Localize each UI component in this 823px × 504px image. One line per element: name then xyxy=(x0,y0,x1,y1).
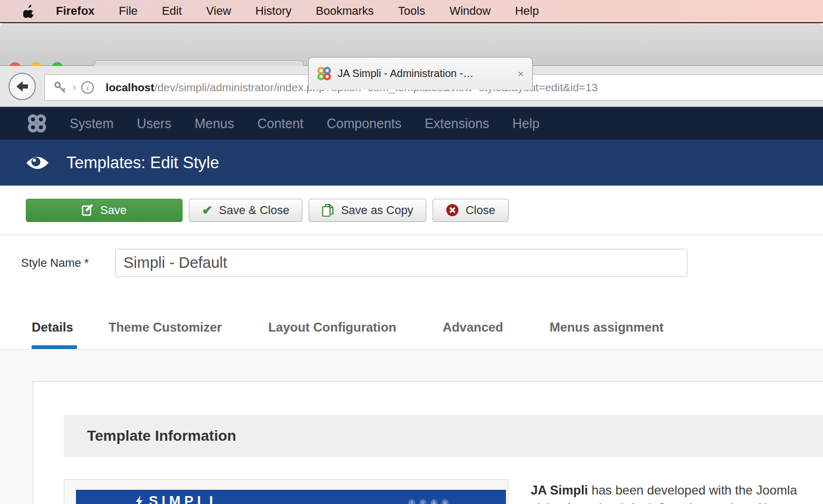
close-button[interactable]: Close xyxy=(433,199,508,222)
template-description-line2: vision from the default Joomla template.… xyxy=(531,501,774,504)
tab-menus-assignment[interactable]: Menus assignment xyxy=(550,320,664,349)
pinterest-icon: p xyxy=(442,499,448,504)
social-icons: f t g p xyxy=(408,499,448,504)
gplus-icon: g xyxy=(430,499,437,504)
template-description-name: JA Simpli xyxy=(531,483,588,497)
details-panel: Template Information SIMPLI f t g p xyxy=(33,381,823,504)
action-toolbar: Save ✔ Save & Close Save as Copy Close xyxy=(0,186,823,235)
save-button[interactable]: Save xyxy=(26,199,183,222)
twitter-icon: t xyxy=(419,499,426,504)
macos-menubar: Firefox File Edit View History Bookmarks… xyxy=(0,0,823,23)
admin-menu-system[interactable]: System xyxy=(70,116,113,131)
menubar-item-file[interactable]: File xyxy=(119,4,137,18)
key-icon[interactable] xyxy=(53,81,67,94)
admin-menu-help[interactable]: Help xyxy=(512,116,539,131)
browser-window: Nederlandse Nutanix User … × JA Simpli -… xyxy=(0,23,823,504)
admin-menu-menus[interactable]: Menus xyxy=(195,116,234,131)
template-information-header: Template Information xyxy=(64,415,823,457)
template-preview-navbar: SIMPLI f t g p xyxy=(76,490,506,504)
save-close-button-label: Save & Close xyxy=(219,203,289,217)
check-icon: ✔ xyxy=(202,203,213,218)
style-name-input[interactable] xyxy=(115,249,687,277)
template-description: JA Simpli has been developed with the Jo… xyxy=(531,481,823,504)
tab-ja-simpli[interactable]: JA Simpli - Administration -… × xyxy=(308,57,533,90)
close-circle-icon xyxy=(446,203,459,217)
template-preview-image: SIMPLI f t g p xyxy=(64,479,509,504)
joomla-favicon xyxy=(317,66,331,81)
apple-icon[interactable] xyxy=(23,4,35,18)
save-as-copy-button-label: Save as Copy xyxy=(341,203,413,217)
bolt-icon xyxy=(135,496,143,504)
tab-title: JA Simpli - Administration -… xyxy=(338,67,511,80)
facebook-icon: f xyxy=(408,499,415,504)
back-icon xyxy=(15,80,29,93)
copy-icon xyxy=(322,203,334,217)
joomla-logo-icon[interactable] xyxy=(27,114,46,133)
style-name-label: Style Name * xyxy=(21,249,89,277)
chevron-right-icon: › xyxy=(72,81,76,94)
admin-menu-extensions[interactable]: Extensions xyxy=(425,116,489,131)
back-button[interactable] xyxy=(8,73,36,100)
menubar-item-bookmarks[interactable]: Bookmarks xyxy=(315,4,374,18)
menubar-item-history[interactable]: History xyxy=(255,4,291,18)
save-button-label: Save xyxy=(100,203,127,217)
menubar-item-tools[interactable]: Tools xyxy=(398,4,425,18)
save-close-button[interactable]: ✔ Save & Close xyxy=(189,199,302,222)
template-information-title: Template Information xyxy=(87,428,236,444)
menubar-item-view[interactable]: View xyxy=(206,4,231,18)
simpli-brand: SIMPLI xyxy=(135,493,217,504)
eye-icon xyxy=(25,155,50,171)
menubar-item-edit[interactable]: Edit xyxy=(162,4,182,18)
simpli-brand-label: SIMPLI xyxy=(149,493,217,504)
page-title-bar: Templates: Edit Style xyxy=(0,140,823,186)
active-tab-underline xyxy=(32,345,77,349)
admin-menu-users[interactable]: Users xyxy=(137,116,171,131)
tab-layout-configuration[interactable]: Layout Configuration xyxy=(268,320,396,349)
admin-menu-components[interactable]: Components xyxy=(327,116,401,131)
tab-details[interactable]: Details xyxy=(32,320,73,349)
page-title: Templates: Edit Style xyxy=(66,153,219,172)
url-host: localhost xyxy=(106,81,154,93)
tab-advanced[interactable]: Advanced xyxy=(443,320,503,349)
menubar-item-window[interactable]: Window xyxy=(449,4,491,18)
menubar-item-firefox[interactable]: Firefox xyxy=(56,4,94,18)
page-info-icon[interactable]: i xyxy=(81,81,94,94)
template-description-line1: has been developed with the Joomla xyxy=(588,483,797,497)
save-as-copy-button[interactable]: Save as Copy xyxy=(309,199,426,222)
tab-close-icon[interactable]: × xyxy=(518,68,524,79)
tab-bar: Nederlandse Nutanix User … × JA Simpli -… xyxy=(0,23,823,66)
save-icon xyxy=(82,204,94,216)
joomla-admin-menu: System Users Menus Content Components Ex… xyxy=(0,107,823,140)
menubar-item-help[interactable]: Help xyxy=(515,4,539,18)
edit-style-tabs: Details Theme Customizer Layout Configur… xyxy=(0,314,823,350)
tab-theme-customizer[interactable]: Theme Customizer xyxy=(109,320,222,349)
close-button-label: Close xyxy=(465,203,495,217)
tab-content-area: Template Information SIMPLI f t g p xyxy=(0,350,823,504)
admin-menu-content[interactable]: Content xyxy=(257,116,304,131)
